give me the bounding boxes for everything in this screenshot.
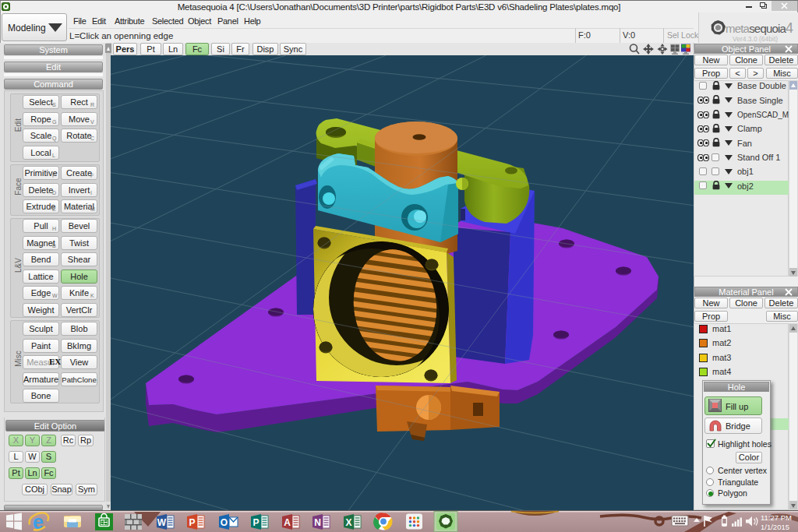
svg-text:1/1/2015: 1/1/2015: [761, 523, 789, 531]
svg-text:P: P: [189, 517, 195, 528]
svg-text:X: X: [345, 517, 351, 528]
svg-text:O: O: [221, 517, 228, 528]
svg-text:W: W: [157, 517, 167, 528]
svg-text:11:27 PM: 11:27 PM: [761, 513, 792, 522]
svg-text:N: N: [314, 517, 321, 528]
svg-text:A: A: [284, 517, 291, 528]
svg-text:P: P: [252, 517, 259, 528]
